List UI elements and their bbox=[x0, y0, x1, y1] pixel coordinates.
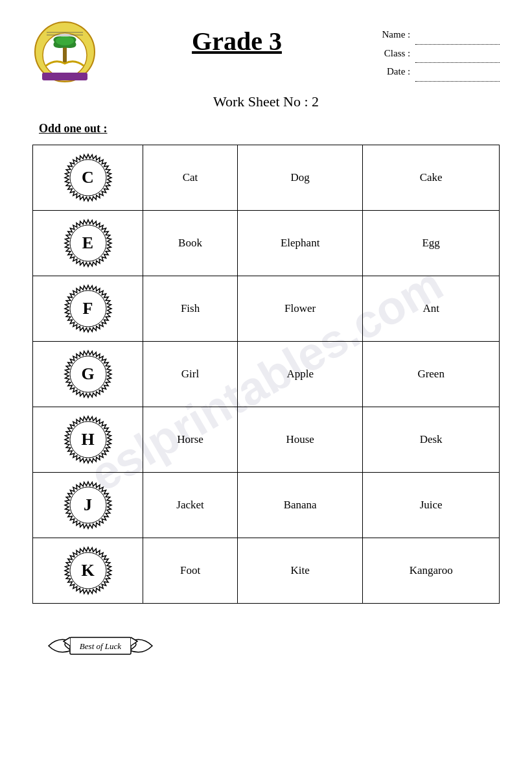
letter-label: H bbox=[81, 430, 94, 449]
name-dotted-line bbox=[415, 27, 500, 45]
word-cell: Dog bbox=[238, 145, 363, 211]
word-cell: Apple bbox=[238, 342, 363, 407]
letter-label: G bbox=[81, 364, 94, 384]
footer-banner: Best of Luck bbox=[45, 623, 500, 669]
class-field: Class : bbox=[370, 45, 500, 64]
word-cell: Egg bbox=[363, 211, 500, 276]
sunburst-icon: E bbox=[62, 217, 114, 269]
letter-label: J bbox=[84, 495, 92, 515]
table-row: F FishFlowerAnt bbox=[33, 276, 500, 342]
svg-point-5 bbox=[56, 36, 74, 45]
student-info: Name : Class : Date : bbox=[370, 19, 500, 82]
sunburst-icon: J bbox=[62, 479, 114, 531]
word-cell: Flower bbox=[238, 276, 363, 342]
sunburst-icon: C bbox=[62, 152, 114, 204]
section-title: Odd one out : bbox=[39, 122, 500, 136]
word-cell: Book bbox=[143, 211, 238, 276]
word-cell: House bbox=[238, 407, 363, 473]
table-row: K FootKiteKangaroo bbox=[33, 538, 500, 604]
name-field: Name : bbox=[370, 26, 500, 45]
table-row: H HorseHouseDesk bbox=[33, 407, 500, 473]
word-cell: Desk bbox=[363, 407, 500, 473]
letter-cell: J bbox=[33, 473, 143, 538]
date-dotted-line bbox=[415, 64, 500, 82]
table-row: J JacketBananaJuice bbox=[33, 473, 500, 538]
letter-label: E bbox=[82, 233, 93, 253]
word-cell: Banana bbox=[238, 473, 363, 538]
letter-cell: K bbox=[33, 538, 143, 604]
sunburst-icon: H bbox=[62, 414, 114, 466]
worksheet-label: Work Sheet No : 2 bbox=[32, 93, 500, 110]
letter-label: K bbox=[81, 561, 94, 580]
word-cell: Green bbox=[363, 342, 500, 407]
word-cell: Cat bbox=[143, 145, 238, 211]
letter-cell: H bbox=[33, 407, 143, 473]
svg-text:Best of Luck: Best of Luck bbox=[80, 641, 121, 651]
table-row: E BookElephantEgg bbox=[33, 211, 500, 276]
word-cell: Girl bbox=[143, 342, 238, 407]
table-row: G GirlAppleGreen bbox=[33, 342, 500, 407]
logo-area bbox=[32, 19, 104, 87]
sunburst-icon: K bbox=[62, 545, 114, 597]
word-cell: Foot bbox=[143, 538, 238, 604]
letter-cell: C bbox=[33, 145, 143, 211]
date-field: Date : bbox=[370, 63, 500, 82]
class-dotted-line bbox=[415, 45, 500, 63]
word-cell: Ant bbox=[363, 276, 500, 342]
table-row: C CatDogCake bbox=[33, 145, 500, 211]
letter-cell: E bbox=[33, 211, 143, 276]
sunburst-icon: F bbox=[62, 283, 114, 335]
svg-rect-2 bbox=[63, 45, 67, 64]
word-cell: Kite bbox=[238, 538, 363, 604]
best-of-luck-banner-icon: Best of Luck bbox=[45, 623, 156, 669]
letter-cell: F bbox=[33, 276, 143, 342]
word-cell: Horse bbox=[143, 407, 238, 473]
letter-label: F bbox=[83, 299, 93, 318]
word-cell: Jacket bbox=[143, 473, 238, 538]
word-cell: Juice bbox=[363, 473, 500, 538]
letter-label: C bbox=[82, 168, 94, 187]
school-logo-icon bbox=[32, 19, 97, 84]
header: Grade 3 Name : Class : Date : bbox=[32, 19, 500, 87]
page-title: Grade 3 bbox=[104, 26, 370, 56]
odd-one-out-table: C CatDogCake E BookElephantEgg F FishFlo… bbox=[32, 145, 500, 604]
word-cell: Fish bbox=[143, 276, 238, 342]
sunburst-icon: G bbox=[62, 348, 114, 400]
svg-rect-6 bbox=[42, 73, 87, 80]
word-cell: Cake bbox=[363, 145, 500, 211]
word-cell: Elephant bbox=[238, 211, 363, 276]
letter-cell: G bbox=[33, 342, 143, 407]
word-cell: Kangaroo bbox=[363, 538, 500, 604]
title-area: Grade 3 bbox=[104, 19, 370, 56]
